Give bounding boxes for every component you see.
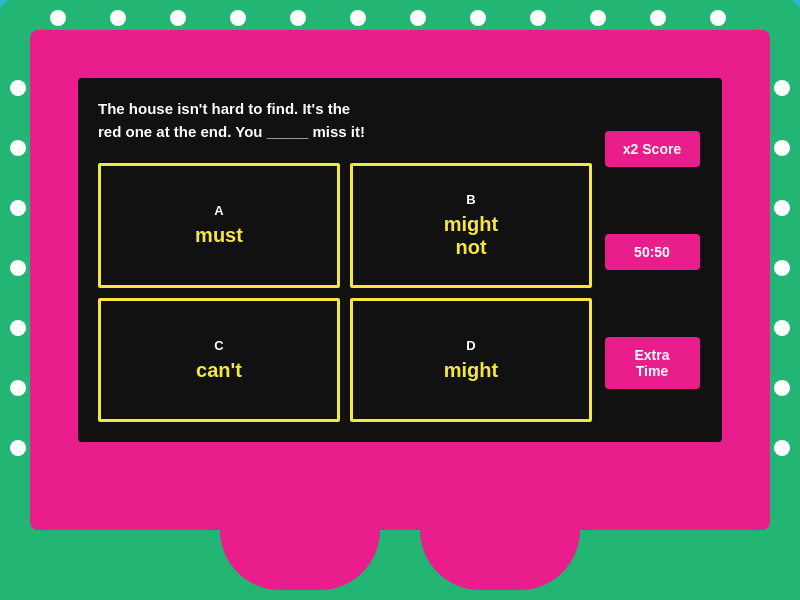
dot-left-5 bbox=[10, 320, 26, 336]
dot-right-7 bbox=[774, 440, 790, 456]
dot-right-4 bbox=[774, 260, 790, 276]
dot-right-1 bbox=[774, 80, 790, 96]
dot-top-5 bbox=[290, 10, 306, 26]
dot-left-4 bbox=[10, 260, 26, 276]
extra-time-button[interactable]: Extra Time bbox=[605, 337, 700, 389]
dot-left-3 bbox=[10, 200, 26, 216]
dot-top-10 bbox=[590, 10, 606, 26]
answer-card-b[interactable]: B mightnot bbox=[350, 163, 592, 288]
podium-left bbox=[220, 530, 380, 590]
teal-border: The house isn't hard to find. It's the r… bbox=[0, 0, 800, 600]
answer-card-c[interactable]: C can't bbox=[98, 298, 340, 423]
answer-card-a[interactable]: A must bbox=[98, 163, 340, 288]
dot-top-1 bbox=[50, 10, 66, 26]
answers-grid: A must B mightnot C can't D bbox=[98, 163, 592, 422]
question-line2: red one at the end. You _____ miss it! bbox=[98, 123, 365, 140]
dot-top-7 bbox=[410, 10, 426, 26]
answer-text-a: must bbox=[195, 224, 243, 247]
dot-top-2 bbox=[110, 10, 126, 26]
dot-top-4 bbox=[230, 10, 246, 26]
dot-right-5 bbox=[774, 320, 790, 336]
dot-top-3 bbox=[170, 10, 186, 26]
answer-card-d[interactable]: D might bbox=[350, 298, 592, 423]
x2-score-button[interactable]: x2 Score bbox=[605, 131, 700, 167]
dot-right-3 bbox=[774, 200, 790, 216]
dot-right-2 bbox=[774, 140, 790, 156]
podium-right bbox=[420, 530, 580, 590]
answer-text-c: can't bbox=[196, 359, 242, 382]
dot-top-12 bbox=[710, 10, 726, 26]
bottom-area bbox=[0, 530, 800, 600]
answer-text-b: mightnot bbox=[444, 213, 498, 259]
right-section: x2 Score 50:50 Extra Time bbox=[592, 98, 702, 422]
question-text: The house isn't hard to find. It's the r… bbox=[98, 98, 592, 143]
dot-right-6 bbox=[774, 380, 790, 396]
dot-top-9 bbox=[530, 10, 546, 26]
dot-top-8 bbox=[470, 10, 486, 26]
answer-letter-c: C bbox=[214, 338, 223, 353]
answer-text-d: might bbox=[444, 359, 498, 382]
dot-left-1 bbox=[10, 80, 26, 96]
main-area: The house isn't hard to find. It's the r… bbox=[78, 78, 722, 442]
question-line1: The house isn't hard to find. It's the bbox=[98, 100, 350, 117]
dot-top-6 bbox=[350, 10, 366, 26]
fifty-fifty-button[interactable]: 50:50 bbox=[605, 234, 700, 270]
dot-left-7 bbox=[10, 440, 26, 456]
pink-border: The house isn't hard to find. It's the r… bbox=[30, 30, 770, 530]
dot-top-11 bbox=[650, 10, 666, 26]
answer-letter-a: A bbox=[214, 203, 223, 218]
answer-letter-d: D bbox=[466, 338, 475, 353]
dot-left-6 bbox=[10, 380, 26, 396]
answer-letter-b: B bbox=[466, 192, 475, 207]
left-section: The house isn't hard to find. It's the r… bbox=[98, 98, 592, 422]
game-frame: The house isn't hard to find. It's the r… bbox=[0, 0, 800, 600]
dot-left-2 bbox=[10, 140, 26, 156]
